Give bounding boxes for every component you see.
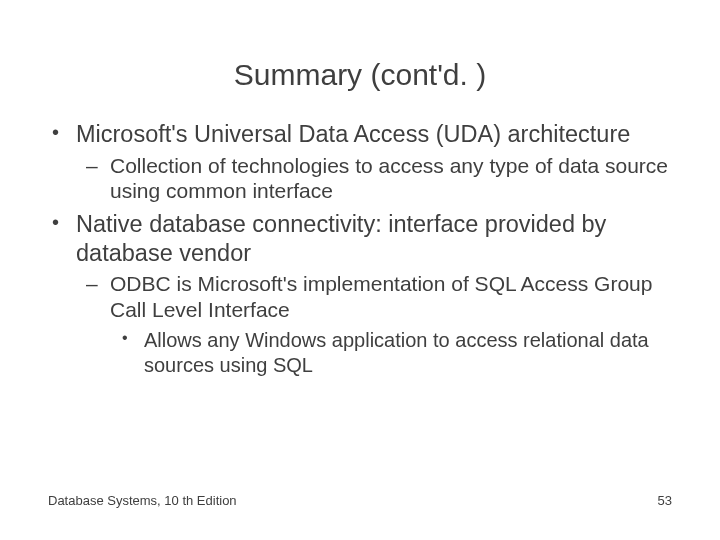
bullet-text: Native database connectivity: interface … <box>76 211 606 266</box>
bullet-text: Microsoft's Universal Data Access (UDA) … <box>76 121 630 147</box>
slide-title: Summary (cont'd. ) <box>0 0 720 102</box>
slide-content: Microsoft's Universal Data Access (UDA) … <box>0 102 720 377</box>
footer-left: Database Systems, 10 th Edition <box>48 493 237 508</box>
slide: Summary (cont'd. ) Microsoft's Universal… <box>0 0 720 540</box>
bullet-level2: Collection of technologies to access any… <box>48 153 672 204</box>
bullet-text: Collection of technologies to access any… <box>110 154 668 203</box>
bullet-text: Allows any Windows application to access… <box>144 329 649 375</box>
slide-footer: Database Systems, 10 th Edition 53 <box>48 493 672 508</box>
bullet-level1: Native database connectivity: interface … <box>48 210 672 267</box>
bullet-level3: Allows any Windows application to access… <box>48 328 672 377</box>
bullet-text: ODBC is Microsoft's implementation of SQ… <box>110 272 652 321</box>
bullet-level1: Microsoft's Universal Data Access (UDA) … <box>48 120 672 149</box>
page-number: 53 <box>658 493 672 508</box>
bullet-level2: ODBC is Microsoft's implementation of SQ… <box>48 271 672 322</box>
